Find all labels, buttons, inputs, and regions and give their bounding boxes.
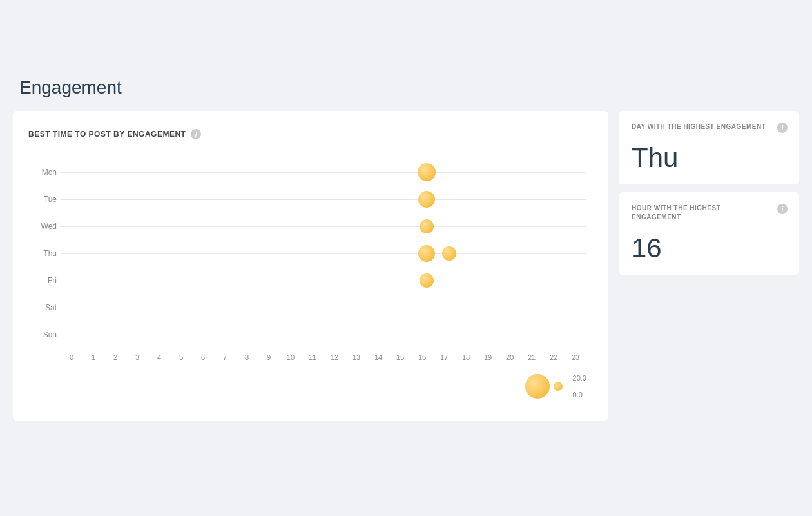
chart-row: Fri [61,267,586,294]
row-label: Sun [28,330,57,339]
chart-row: Sun [61,321,586,348]
chart-row: Mon [61,159,586,186]
row-label: Sat [28,303,57,312]
bubble [418,163,436,181]
x-axis-label: 9 [258,353,280,361]
x-axis-label: 1 [82,353,104,361]
row-label: Fri [28,276,57,285]
chart-grid: MonTueWedThuFriSatSun [61,159,586,348]
x-axis-label: 17 [433,353,455,361]
x-axis-label: 21 [521,353,543,361]
chart-row: Tue [61,186,586,213]
hour-stat-card: HOUR WITH THE HIGHEST ENGAGEMENT i 16 [619,192,799,275]
legend-min: 0.0 [573,391,586,399]
bubble [420,219,434,233]
chart-title-bar: BEST TIME TO POST BY ENGAGEMENT i [28,129,593,139]
x-axis-label: 6 [192,353,214,361]
row-line [61,335,586,335]
day-stat-value: Thu [632,144,786,172]
legend-bubble-group [525,374,563,399]
x-axis-label: 12 [324,353,345,361]
row-line [61,226,586,227]
legend-max: 20.0 [573,374,586,382]
x-axis-label: 2 [104,353,126,361]
page-title: Engagement [13,77,799,98]
x-axis-label: 3 [126,353,148,361]
x-axis-label: 18 [455,353,477,361]
row-label: Thu [28,249,57,258]
day-stat-card: DAY WITH THE HIGHEST ENGAGEMENT i Thu [619,111,799,184]
bubble [442,246,456,261]
legend-bubble-small [554,382,563,391]
x-axis-label: 15 [389,353,411,361]
bubble [420,273,434,288]
legend-bubble-large [525,374,550,399]
row-line [61,199,586,200]
sidebar-cards: DAY WITH THE HIGHEST ENGAGEMENT i Thu HO… [619,111,799,421]
x-axis-label: 10 [280,353,302,361]
x-axis-label: 16 [411,353,433,361]
row-label: Mon [28,168,57,177]
bubble [418,245,435,262]
x-axis-label: 23 [565,353,586,361]
day-card-title: DAY WITH THE HIGHEST ENGAGEMENT [632,123,786,132]
chart-title-text: BEST TIME TO POST BY ENGAGEMENT [28,130,186,139]
x-axis-label: 22 [543,353,565,361]
content-area: BEST TIME TO POST BY ENGAGEMENT i MonTue… [13,111,799,421]
x-axis-label: 11 [302,353,324,361]
row-line [61,281,586,281]
chart-card: BEST TIME TO POST BY ENGAGEMENT i MonTue… [13,111,608,421]
hour-stat-value: 16 [632,235,786,262]
bubble-chart: MonTueWedThuFriSatSun 012345678910111213… [28,159,593,399]
x-axis: 01234567891011121314151617181920212223 [61,353,586,361]
x-axis-label: 0 [61,353,82,361]
chart-info-icon[interactable]: i [191,129,201,139]
chart-row: Sat [61,294,586,321]
chart-row: Thu [61,240,586,267]
row-label: Wed [28,222,57,231]
x-axis-label: 13 [345,353,367,361]
x-axis-label: 5 [170,353,192,361]
chart-row: Wed [61,213,586,240]
hour-card-info-icon[interactable]: i [777,204,788,214]
x-axis-label: 7 [214,353,236,361]
hour-card-title: HOUR WITH THE HIGHEST ENGAGEMENT [632,204,786,222]
row-line [61,172,586,173]
legend-labels: 20.0 0.0 [573,374,586,399]
row-line [61,308,586,308]
x-axis-label: 14 [367,353,389,361]
day-card-info-icon[interactable]: i [777,123,788,133]
x-axis-label: 20 [499,353,521,361]
legend-area: 20.0 0.0 [28,374,586,399]
x-axis-label: 4 [148,353,170,361]
row-label: Tue [28,195,57,204]
x-axis-label: 8 [236,353,258,361]
x-axis-label: 19 [477,353,499,361]
row-line [61,253,586,254]
bubble [418,191,435,208]
